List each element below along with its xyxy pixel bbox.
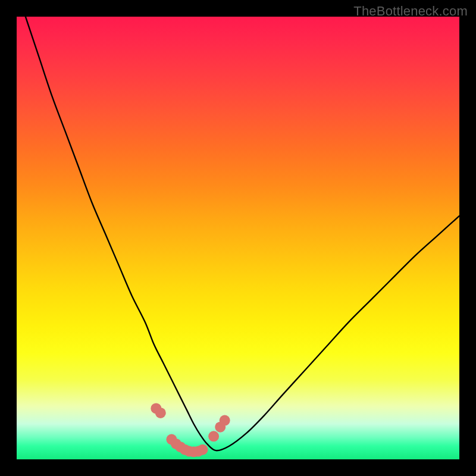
marker-dots-group (151, 403, 230, 457)
chart-frame: TheBottleneck.com (0, 0, 476, 476)
bottleneck-curve-line (26, 17, 459, 450)
marker-dot (220, 415, 230, 426)
marker-dot (197, 444, 208, 455)
marker-dot (155, 408, 166, 418)
chart-svg (17, 17, 459, 459)
watermark-text: TheBottleneck.com (353, 4, 468, 19)
marker-dot (208, 431, 219, 441)
